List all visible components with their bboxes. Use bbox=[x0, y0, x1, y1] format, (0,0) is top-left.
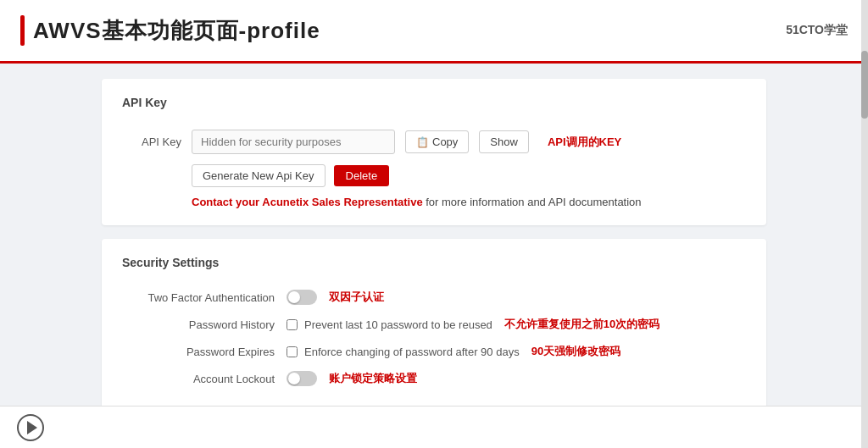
generate-api-key-button[interactable]: Generate New Api Key bbox=[192, 164, 326, 187]
password-expires-text: Enforce changing of password after 90 da… bbox=[304, 346, 520, 358]
two-factor-row: Two Factor Authentication 双因子认证 bbox=[122, 290, 746, 305]
security-settings-card: Security Settings Two Factor Authenticat… bbox=[102, 239, 766, 415]
api-key-section-title: API Key bbox=[122, 96, 746, 116]
header-left: AWVS基本功能页面-profile bbox=[20, 15, 320, 46]
security-section-title: Security Settings bbox=[122, 256, 746, 276]
password-expires-checkbox[interactable] bbox=[287, 346, 298, 357]
password-expires-checkbox-row: Enforce changing of password after 90 da… bbox=[287, 346, 520, 358]
api-contact-link[interactable]: Contact your Acunetix Sales Representati… bbox=[192, 196, 423, 208]
api-actions: Generate New Api Key Delete bbox=[192, 164, 746, 187]
password-history-annotation: 不允许重复使用之前10次的密码 bbox=[504, 317, 659, 332]
api-key-row: API Key 📋 Copy Show API调用的KEY bbox=[122, 130, 746, 154]
api-key-card: API Key API Key 📋 Copy Show API调用的KEY Ge… bbox=[102, 79, 766, 225]
scrollbar-thumb bbox=[861, 51, 868, 119]
two-factor-label: Two Factor Authentication bbox=[122, 291, 275, 304]
copy-button-label: Copy bbox=[432, 136, 458, 148]
brand-label: 51CTO学堂 bbox=[786, 23, 848, 38]
password-history-row: Password History Prevent last 10 passwor… bbox=[122, 317, 746, 332]
main-content: API Key API Key 📋 Copy Show API调用的KEY Ge… bbox=[0, 64, 868, 430]
bottom-bar bbox=[0, 406, 868, 448]
page-title: AWVS基本功能页面-profile bbox=[33, 16, 320, 46]
account-lockout-row: Account Lockout 账户锁定策略设置 bbox=[122, 371, 746, 386]
account-lockout-toggle-knob bbox=[288, 373, 300, 384]
password-history-checkbox[interactable] bbox=[287, 319, 298, 330]
two-factor-annotation: 双因子认证 bbox=[329, 290, 384, 305]
password-expires-row: Password Expires Enforce changing of pas… bbox=[122, 344, 746, 359]
show-button[interactable]: Show bbox=[479, 130, 529, 153]
header: AWVS基本功能页面-profile 51CTO学堂 bbox=[0, 0, 868, 64]
play-icon bbox=[27, 421, 37, 434]
account-lockout-toggle[interactable] bbox=[287, 371, 317, 386]
password-history-checkbox-row: Prevent last 10 password to be reused bbox=[287, 318, 492, 331]
account-lockout-annotation: 账户锁定策略设置 bbox=[329, 371, 417, 386]
api-key-input[interactable] bbox=[192, 130, 395, 154]
password-expires-label: Password Expires bbox=[122, 346, 275, 358]
scrollbar[interactable] bbox=[861, 0, 868, 448]
show-button-label: Show bbox=[490, 136, 518, 148]
password-expires-annotation: 90天强制修改密码 bbox=[531, 344, 620, 359]
api-contact-text: Contact your Acunetix Sales Representati… bbox=[192, 196, 746, 208]
two-factor-toggle[interactable] bbox=[287, 290, 317, 305]
account-lockout-label: Account Lockout bbox=[122, 373, 275, 385]
api-key-annotation: API调用的KEY bbox=[548, 135, 621, 150]
password-history-text: Prevent last 10 password to be reused bbox=[304, 318, 492, 331]
copy-button[interactable]: 📋 Copy bbox=[405, 130, 469, 153]
toggle-knob bbox=[288, 291, 300, 303]
delete-button[interactable]: Delete bbox=[334, 165, 390, 186]
header-accent-bar bbox=[20, 15, 25, 46]
play-button[interactable] bbox=[17, 414, 44, 441]
password-history-label: Password History bbox=[122, 318, 275, 331]
copy-icon: 📋 bbox=[416, 136, 429, 148]
api-contact-suffix: for more information and API documentati… bbox=[423, 196, 642, 208]
api-key-label: API Key bbox=[122, 136, 181, 148]
